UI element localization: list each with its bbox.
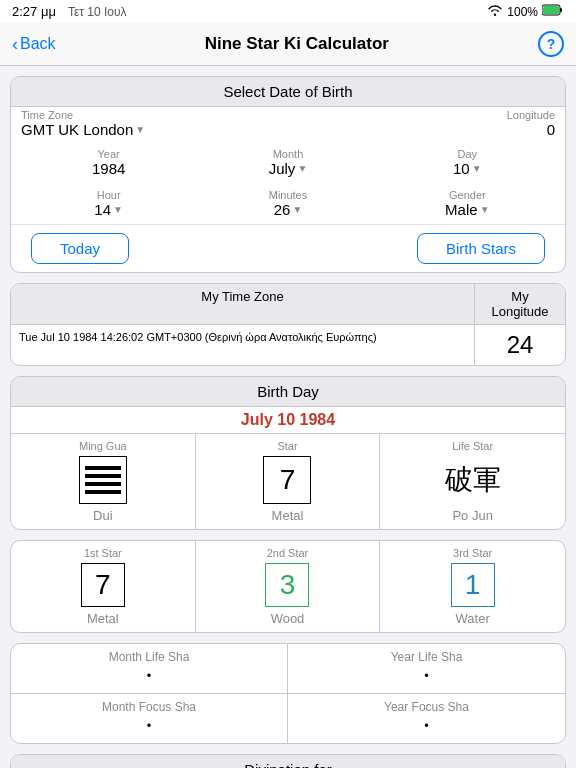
star1-label: 1st Star	[84, 547, 122, 559]
hour-dropdown-icon[interactable]: ▼	[113, 204, 123, 215]
hex-line-4	[85, 490, 121, 494]
month-life-sha-cell: Month Life Sha •	[11, 644, 288, 694]
hex-line-2	[85, 474, 121, 478]
year-value: 1984	[92, 160, 125, 177]
battery-label: 100%	[507, 5, 538, 19]
star3-value: 1	[465, 569, 481, 601]
year-focus-sha-label: Year Focus Sha	[296, 700, 557, 714]
nav-title: Nine Star Ki Calculator	[205, 34, 389, 54]
tz-value: GMT UK London	[21, 121, 133, 138]
battery-icon	[542, 4, 564, 19]
star-name: Metal	[272, 508, 304, 523]
star3-box: 1	[451, 563, 495, 607]
star3-label: 3rd Star	[453, 547, 492, 559]
dob-minutes-field: Minutes 26 ▼	[200, 189, 375, 218]
tz-table: My Time Zone My Longitude Tue Jul 10 198…	[11, 284, 565, 365]
star3-name: Water	[456, 611, 490, 626]
dob-tz-row: Time Zone GMT UK London ▼ Longitude 0	[11, 107, 565, 142]
day-dropdown-icon[interactable]: ▼	[472, 163, 482, 174]
divination-card: Divination for July 10 2024 SE S SW 6 8 …	[10, 754, 566, 768]
star2-label: 2nd Star	[267, 547, 309, 559]
dob-buttons-row: Today Birth Stars	[11, 224, 565, 272]
month-life-sha-label: Month Life Sha	[19, 650, 279, 664]
star2-box: 3	[265, 563, 309, 607]
day-label: Day	[458, 148, 478, 160]
status-icons: 100%	[487, 4, 564, 19]
time-label: 2:27 μμ	[12, 4, 56, 19]
tz-dropdown-icon[interactable]: ▼	[135, 124, 145, 135]
year-focus-sha-cell: Year Focus Sha •	[288, 694, 565, 743]
back-label: Back	[20, 35, 56, 53]
tz-section: Time Zone GMT UK London ▼	[21, 109, 145, 138]
bd-header: Birth Day	[11, 377, 565, 407]
dob-card: Select Date of Birth Time Zone GMT UK Lo…	[10, 76, 566, 273]
divination-header: Divination for	[11, 755, 565, 768]
life-star-name: Po Jun	[452, 508, 492, 523]
month-value-row: July ▼	[269, 160, 308, 177]
month-life-sha-value: •	[19, 664, 279, 687]
star2-value: 3	[280, 569, 296, 601]
tz-value-row: GMT UK London ▼	[21, 121, 145, 138]
help-label: ?	[547, 36, 556, 52]
back-button[interactable]: ‹ Back	[12, 34, 56, 55]
minutes-value: 26	[274, 201, 291, 218]
bd-grid: Ming Gua Dui Star 7 Metal Life Star	[11, 433, 565, 529]
nav-bar: ‹ Back Nine Star Ki Calculator ?	[0, 23, 576, 66]
star1-name: Metal	[87, 611, 119, 626]
tz-label: Time Zone	[21, 109, 73, 121]
minutes-dropdown-icon[interactable]: ▼	[292, 204, 302, 215]
gender-value: Male	[445, 201, 478, 218]
hour-value: 14	[94, 201, 111, 218]
life-star-chinese: 破軍	[445, 456, 501, 504]
year-life-sha-label: Year Life Sha	[296, 650, 557, 664]
month-dropdown-icon[interactable]: ▼	[297, 163, 307, 174]
life-star-col: Life Star 破軍 Po Jun	[380, 434, 565, 529]
wifi-icon	[487, 4, 503, 19]
ming-gua-label: Ming Gua	[79, 440, 127, 452]
stars-grid: 1st Star 7 Metal 2nd Star 3 Wood 3rd Sta…	[11, 541, 565, 632]
gender-value-row: Male ▼	[445, 201, 489, 218]
lon-label: Longitude	[507, 109, 555, 121]
ming-gua-name: Dui	[93, 508, 113, 523]
star2-col: 2nd Star 3 Wood	[196, 541, 381, 632]
month-focus-sha-value: •	[19, 714, 279, 737]
help-button[interactable]: ?	[538, 31, 564, 57]
bd-date: July 10 1984	[11, 407, 565, 433]
gender-dropdown-icon[interactable]: ▼	[480, 204, 490, 215]
dob-year-field: Year 1984	[21, 148, 196, 177]
month-label: Month	[273, 148, 304, 160]
year-focus-sha-value: •	[296, 714, 557, 737]
month-focus-sha-cell: Month Focus Sha •	[11, 694, 288, 743]
lon-value: 0	[547, 121, 555, 138]
back-chevron-icon: ‹	[12, 34, 18, 55]
month-focus-sha-label: Month Focus Sha	[19, 700, 279, 714]
minutes-value-row: 26 ▼	[274, 201, 303, 218]
birth-stars-button[interactable]: Birth Stars	[417, 233, 545, 264]
timezone-card: My Time Zone My Longitude Tue Jul 10 198…	[10, 283, 566, 366]
lon-section: Longitude 0	[507, 109, 555, 138]
svg-rect-2	[543, 6, 559, 14]
stars-card: 1st Star 7 Metal 2nd Star 3 Wood 3rd Sta…	[10, 540, 566, 633]
day-label: Τετ 10 Ιουλ	[68, 5, 127, 19]
star-box: 7	[263, 456, 311, 504]
month-value: July	[269, 160, 296, 177]
year-life-sha-cell: Year Life Sha •	[288, 644, 565, 694]
day-value: 10	[453, 160, 470, 177]
hour-value-row: 14 ▼	[94, 201, 123, 218]
lon-col-value: 24	[475, 325, 565, 365]
dob-hmg-grid: Hour 14 ▼ Minutes 26 ▼ Gender Male ▼	[11, 183, 565, 224]
star2-name: Wood	[271, 611, 305, 626]
dob-ymd-grid: Year 1984 Month July ▼ Day 10 ▼	[11, 142, 565, 183]
sha-grid: Month Life Sha • Year Life Sha • Month F…	[11, 644, 565, 743]
hex-line-3	[85, 482, 121, 486]
today-button[interactable]: Today	[31, 233, 129, 264]
life-star-label: Life Star	[452, 440, 493, 452]
ming-gua-col: Ming Gua Dui	[11, 434, 196, 529]
star-value: 7	[280, 464, 296, 496]
dob-gender-field: Gender Male ▼	[380, 189, 555, 218]
year-life-sha-value: •	[296, 664, 557, 687]
dob-hour-field: Hour 14 ▼	[21, 189, 196, 218]
tz-col-header: My Time Zone	[11, 284, 475, 325]
star1-box: 7	[81, 563, 125, 607]
minutes-label: Minutes	[269, 189, 308, 201]
